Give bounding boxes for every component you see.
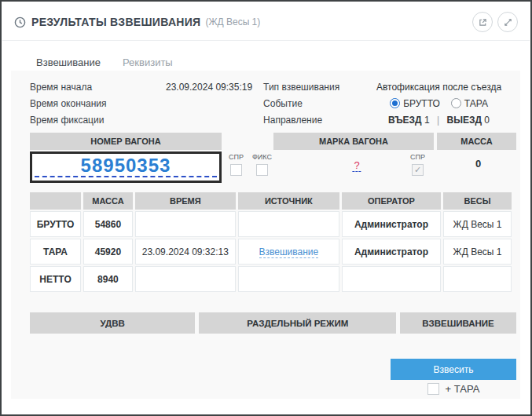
wagon-mark-cell: ? СПР	[277, 151, 437, 188]
wagon-number-input[interactable]: 58950353	[30, 151, 222, 183]
row-time	[135, 211, 236, 237]
row-source-cell: Взвешивание	[238, 239, 339, 265]
mark-spr-label: СПР	[410, 153, 425, 161]
event-label: Событие	[263, 98, 361, 109]
col-header-scale: ВЕСЫ	[443, 192, 512, 210]
row-mass: 8940	[83, 266, 133, 292]
plus-tara-row: + ТАРА	[391, 383, 516, 395]
row-scale	[443, 266, 512, 292]
direction-label: Направление	[263, 115, 361, 126]
start-time-label: Время начала	[30, 82, 148, 93]
fix-time-label: Время фиксации	[30, 115, 148, 126]
end-time-label: Время окончания	[30, 98, 148, 109]
source-weighing-link[interactable]: Взвешивание	[259, 246, 319, 258]
row-mass: 54860	[83, 211, 133, 237]
wagon-header-row: НОМЕР ВАГОНА МАРКА ВАГОНА МАССА	[30, 133, 516, 150]
col-header-operator: ОПЕРАТОР	[342, 192, 441, 210]
col-header-mass: МАССА	[83, 192, 133, 210]
fix-checkbox-group: ФИКС	[251, 151, 273, 176]
row-operator	[342, 266, 441, 292]
row-label: ТАРА	[30, 239, 81, 265]
weighing-table: МАССА ВРЕМЯ ИСТОЧНИК ОПЕРАТОР ВЕСЫ БРУТТ…	[28, 191, 514, 294]
direction-in-value: 1	[424, 115, 430, 126]
row-scale: ЖД Весы 1	[443, 211, 512, 237]
direction-value: ВЪЕЗД 1 | ВЫЕЗД 0	[361, 115, 516, 126]
col-header-time: ВРЕМЯ	[135, 192, 236, 210]
tara-radio-icon	[451, 98, 461, 108]
table-row-brutto: БРУТТО 54860 Администратор ЖД Весы 1	[30, 211, 512, 237]
wagon-mass-header: МАССА	[437, 133, 516, 150]
wagon-number-value: 58950353	[81, 155, 171, 177]
table-row-tara: ТАРА 45920 23.09.2024 09:32:13 Взвешиван…	[30, 239, 512, 265]
row-source	[238, 266, 339, 292]
weighing-type-label: Тип взвешивания	[263, 82, 361, 93]
mode-split-header: РАЗДЕЛЬНЫЙ РЕЖИМ	[199, 312, 396, 334]
col-header-empty	[30, 192, 81, 210]
modes-row: УДВВ РАЗДЕЛЬНЫЙ РЕЖИМ ВЗВЕШИВАНИЕ	[30, 312, 516, 334]
wagon-number-header: НОМЕР ВАГОНА	[30, 133, 222, 150]
weighing-panel: Время начала 23.09.2024 09:35:19 Время о…	[11, 71, 520, 399]
row-operator: Администратор	[342, 211, 441, 237]
wagon-mark-link[interactable]: ?	[352, 159, 361, 172]
direction-out-value: 0	[484, 115, 490, 126]
open-in-new-button[interactable]	[472, 12, 493, 32]
weigh-button[interactable]: Взвесить	[391, 359, 516, 380]
row-label: НЕТТО	[30, 266, 81, 292]
wagon-number-underline	[35, 176, 217, 177]
mode-udvv-header: УДВВ	[30, 312, 195, 334]
event-radio-group: БРУТТОТАРА	[361, 98, 516, 109]
mark-spr-group: СПР	[406, 151, 429, 176]
brutto-radio-icon	[390, 98, 400, 108]
col-header-source: ИСТОЧНИК	[238, 192, 339, 210]
radio-option-tara[interactable]: ТАРА	[451, 98, 488, 109]
row-source	[238, 211, 339, 237]
row-mass: 45920	[83, 239, 133, 265]
tara-radio-label: ТАРА	[464, 98, 488, 109]
info-section: Время начала 23.09.2024 09:35:19 Время о…	[30, 80, 516, 126]
weighing-results-window: РЕЗУЛЬТАТЫ ВЗВЕШИВАНИЯ (ЖД Весы 1) Взвеш…	[0, 0, 532, 416]
mode-weighing-header: ВЗВЕШИВАНИЕ	[400, 312, 516, 334]
row-time: 23.09.2024 09:32:13	[135, 239, 236, 265]
header-divider	[2, 40, 530, 41]
weighing-table-header: МАССА ВРЕМЯ ИСТОЧНИК ОПЕРАТОР ВЕСЫ	[30, 192, 512, 210]
wagon-row: 58950353 СПР ФИКС ? СПР 0	[30, 151, 516, 188]
direction-in-label: ВЪЕЗД	[388, 115, 422, 126]
spr-checkbox-group: СПР	[225, 151, 248, 176]
row-time	[135, 266, 236, 292]
table-row-netto: НЕТТО 8940	[30, 266, 512, 292]
direction-out-label: ВЫЕЗД	[447, 115, 482, 126]
wagon-header-spacer	[225, 133, 270, 150]
page-subtitle: (ЖД Весы 1)	[205, 16, 260, 27]
spr-label: СПР	[229, 153, 244, 161]
wagon-mark-header: МАРКА ВАГОНА	[273, 133, 434, 150]
row-operator: Администратор	[342, 239, 441, 265]
window-header: РЕЗУЛЬТАТЫ ВЗВЕШИВАНИЯ (ЖД Весы 1)	[2, 2, 530, 40]
row-label: БРУТТО	[30, 211, 81, 237]
row-scale: ЖД Весы 1	[443, 239, 512, 265]
spr-checkbox[interactable]	[230, 164, 242, 176]
plus-tara-label: + ТАРА	[446, 383, 480, 395]
plus-tara-checkbox[interactable]	[427, 383, 439, 395]
weighing-type-value: Автофиксация после съезда	[361, 82, 516, 93]
current-mass-value: 0	[440, 151, 516, 170]
expand-button[interactable]	[497, 12, 518, 32]
page-title: РЕЗУЛЬТАТЫ ВЗВЕШИВАНИЯ	[31, 16, 200, 28]
brutto-radio-label: БРУТТО	[403, 98, 440, 109]
mark-spr-checkbox[interactable]	[412, 164, 424, 176]
actions-area: Взвесить + ТАРА	[30, 359, 516, 395]
radio-option-brutto[interactable]: БРУТТО	[390, 98, 440, 109]
fix-checkbox[interactable]	[256, 164, 268, 176]
start-time-value: 23.09.2024 09:35:19	[148, 82, 263, 93]
fix-label: ФИКС	[252, 153, 272, 161]
direction-separator: |	[437, 115, 439, 126]
clock-icon	[14, 16, 26, 28]
